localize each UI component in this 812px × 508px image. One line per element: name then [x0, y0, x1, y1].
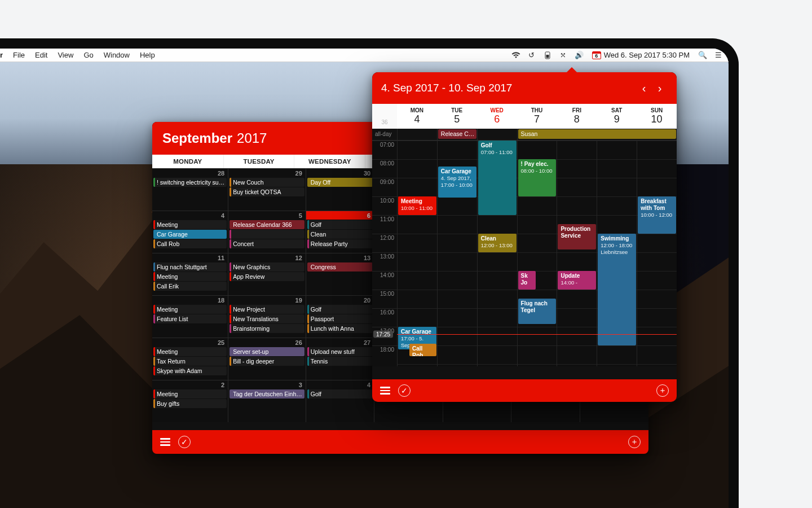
month-event[interactable]: New Graphics: [230, 262, 304, 271]
day-cell[interactable]: 11Flug nach StuttgartMeetingCall Erik: [152, 253, 228, 295]
month-event[interactable]: Car Garage: [153, 230, 227, 239]
spotlight-icon[interactable]: 🔍: [698, 51, 707, 60]
week-event[interactable]: Sk Jo: [518, 271, 536, 290]
month-event[interactable]: New Translations: [230, 314, 304, 323]
week-day-column[interactable]: Production ServiceUpdate14:00 -: [557, 141, 597, 366]
timemachine-icon[interactable]: ↺: [527, 51, 536, 60]
month-event[interactable]: New Couch: [230, 178, 304, 187]
day-cell[interactable]: 28! switching electricity su…: [152, 168, 228, 211]
month-event[interactable]: Feature List: [153, 314, 227, 323]
month-event[interactable]: [230, 230, 304, 239]
add-event-button[interactable]: ＋: [656, 384, 669, 397]
weekday-date[interactable]: 6: [477, 113, 517, 129]
day-cell[interactable]: 27Upload new stuffTennis: [306, 338, 374, 380]
day-cell[interactable]: 18MeetingFeature List: [152, 295, 228, 338]
month-event[interactable]: Brainstorming: [230, 324, 304, 333]
day-cell[interactable]: 12New GraphicsApp Review: [228, 253, 306, 295]
weekday-date[interactable]: 10: [637, 113, 677, 129]
week-event[interactable]: ! Pay elec.08:00 - 10:00: [518, 159, 557, 196]
list-view-icon[interactable]: [380, 387, 390, 395]
month-event[interactable]: Meeting: [153, 305, 227, 314]
day-cell[interactable]: 26Server set-upBill - dig deeper: [228, 338, 306, 380]
month-event[interactable]: New Project: [230, 305, 304, 314]
month-event[interactable]: Lunch with Anna: [307, 324, 373, 333]
month-event[interactable]: Meeting: [153, 389, 227, 398]
month-event[interactable]: Buy ticket QOTSA: [230, 187, 304, 196]
week-grid[interactable]: 07:0008:0009:0010:0011:0012:0013:0014:00…: [372, 141, 677, 366]
day-cell[interactable]: 13Congress: [306, 253, 374, 295]
reminders-icon[interactable]: ✓: [178, 436, 191, 448]
week-day-column[interactable]: Golf07:00 - 11:00Clean12:00 - 13:00: [477, 141, 517, 366]
weekday-date[interactable]: 5: [437, 113, 477, 129]
month-event[interactable]: Meeting: [153, 272, 227, 281]
week-event[interactable]: Car Garage4. Sep 2017, 17:00 - 10:00: [438, 167, 476, 198]
day-cell[interactable]: 25MeetingTax ReturnSkype with Adam: [152, 338, 228, 380]
month-event[interactable]: Release Calendar 366: [230, 220, 304, 229]
week-event[interactable]: Production Service: [558, 224, 596, 249]
week-event[interactable]: Flug nach Tegel: [518, 299, 557, 324]
week-event[interactable]: Golf07:00 - 11:00: [478, 141, 517, 215]
week-day-column[interactable]: Car Garage4. Sep 2017, 17:00 - 10:00: [437, 141, 477, 366]
month-event[interactable]: Skype with Adam: [153, 366, 227, 375]
menu-view[interactable]: View: [58, 51, 73, 59]
day-cell[interactable]: 19New ProjectNew TranslationsBrainstormi…: [228, 295, 306, 338]
month-event[interactable]: ! switching electricity su…: [153, 178, 227, 187]
wifi-icon[interactable]: [511, 51, 520, 60]
week-day-column[interactable]: Swimming12:00 - 18:00 Liebnitzsee: [597, 141, 637, 366]
month-event[interactable]: Day Off: [307, 178, 373, 187]
month-event[interactable]: Concert: [230, 239, 304, 248]
week-day-column[interactable]: ! Pay elec.08:00 - 10:00Flug nach TegelS…: [517, 141, 557, 366]
month-event[interactable]: Golf: [307, 389, 373, 398]
month-event[interactable]: Meeting: [153, 220, 227, 229]
weekday-date[interactable]: 9: [597, 113, 637, 129]
month-event[interactable]: Congress: [307, 262, 373, 271]
audio-routing-icon[interactable]: ⤲: [559, 51, 568, 60]
day-cell[interactable]: 3Tag der Deutschen Einh…: [228, 380, 306, 422]
week-day-column[interactable]: Breakfast with Tom10:00 - 12:00: [637, 141, 677, 366]
menu-help[interactable]: Help: [140, 51, 155, 59]
weekday-date[interactable]: 4: [397, 113, 437, 129]
month-event[interactable]: Call Rob: [153, 239, 227, 248]
month-event[interactable]: Buy gifts: [153, 399, 227, 408]
week-event[interactable]: Call Rob: [409, 344, 436, 356]
month-event[interactable]: Tennis: [307, 357, 373, 366]
day-cell[interactable]: 5Release Calendar 366 Concert: [228, 211, 306, 253]
list-view-icon[interactable]: [160, 438, 170, 446]
month-event[interactable]: Passport: [307, 314, 373, 323]
day-cell[interactable]: 2MeetingBuy gifts: [152, 380, 228, 422]
month-event[interactable]: Tax Return: [153, 357, 227, 366]
day-cell[interactable]: 20GolfPassportLunch with Anna: [306, 295, 374, 338]
week-event[interactable]: Meeting10:00 - 11:00: [398, 196, 436, 215]
month-event[interactable]: Release Party: [307, 239, 373, 248]
month-event[interactable]: Call Erik: [153, 282, 227, 291]
menu-go[interactable]: Go: [83, 51, 93, 59]
battery-icon[interactable]: [543, 51, 552, 60]
prev-week-button[interactable]: ‹: [636, 82, 652, 95]
month-event[interactable]: Clean: [307, 230, 373, 239]
day-cell[interactable]: 4MeetingCar GarageCall Rob: [152, 211, 228, 253]
month-event[interactable]: Flug nach Stuttgart: [153, 262, 227, 271]
menu-edit[interactable]: Edit: [35, 51, 47, 59]
menu-window[interactable]: Window: [104, 51, 130, 59]
notification-center-icon[interactable]: ☰: [714, 51, 723, 60]
week-event[interactable]: Swimming12:00 - 18:00 Liebnitzsee: [598, 234, 636, 345]
month-event[interactable]: Bill - dig deeper: [230, 357, 304, 366]
day-cell[interactable]: 30Day Off: [306, 168, 374, 211]
day-cell[interactable]: 29New CouchBuy ticket QOTSA: [228, 168, 306, 211]
all-day-slot[interactable]: [397, 129, 437, 140]
next-week-button[interactable]: ›: [652, 82, 668, 95]
all-day-event[interactable]: Susan: [518, 129, 676, 139]
reminders-icon[interactable]: ✓: [398, 384, 411, 397]
month-event[interactable]: Golf: [307, 305, 373, 314]
menubar-calendar-widget[interactable]: 6 Wed 6. Sep 2017 5:30 PM: [590, 50, 691, 60]
all-day-slot[interactable]: Release C…: [437, 129, 477, 140]
all-day-slot[interactable]: Susan: [517, 129, 677, 140]
month-event[interactable]: Golf: [307, 220, 373, 229]
week-event[interactable]: Breakfast with Tom10:00 - 12:00: [638, 196, 676, 234]
month-event[interactable]: App Review: [230, 272, 304, 281]
volume-icon[interactable]: 🔊: [575, 51, 584, 60]
weekday-date[interactable]: 7: [517, 113, 557, 129]
month-event[interactable]: Upload new stuff: [307, 347, 373, 356]
month-event[interactable]: Tag der Deutschen Einh…: [230, 389, 304, 398]
all-day-event[interactable]: Release C…: [438, 129, 476, 139]
